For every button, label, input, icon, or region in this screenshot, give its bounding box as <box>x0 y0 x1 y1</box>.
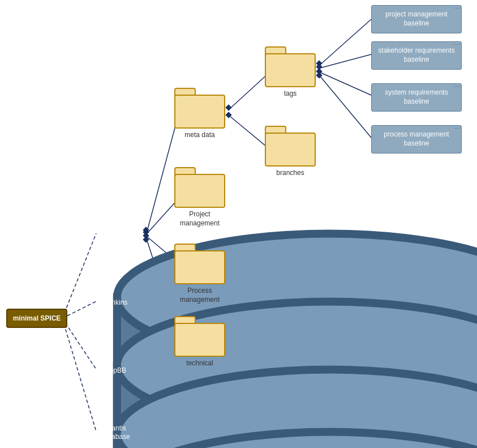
jenkins-cylinder: Jenkins <box>91 279 141 325</box>
minimal-spice-label: minimal SPICE <box>13 314 61 322</box>
svg-rect-30 <box>117 433 477 448</box>
svg-rect-24 <box>117 297 477 448</box>
proc-mgmt-baseline-doc: process managementbaseline <box>371 125 462 153</box>
metadata-folder-icon <box>174 88 225 129</box>
svg-rect-15 <box>225 112 231 118</box>
svg-rect-23 <box>316 72 322 78</box>
process-mgmt-folder-icon <box>174 244 225 284</box>
jenkins-label: Jenkins <box>91 298 141 308</box>
git-node: git <box>88 207 144 261</box>
tags-folder-icon <box>265 46 316 87</box>
sys-req-baseline-doc: system requirementsbaseline <box>371 83 462 111</box>
project-mgmt-label: Projectmanagement <box>180 210 220 228</box>
svg-rect-13 <box>225 104 231 110</box>
metadata-label: meta data <box>184 131 214 140</box>
mantis-cylinder: Mantis database <box>91 409 141 449</box>
jenkins-node: Jenkins <box>88 275 144 328</box>
sys-req-baseline-label: system requirementsbaseline <box>385 88 448 106</box>
svg-line-18 <box>320 54 371 68</box>
technical-folder-icon <box>174 316 225 357</box>
pm-baseline-doc: project managementbaseline <box>371 5 462 33</box>
process-management-folder: Processmanagement <box>174 244 225 304</box>
sr-baseline-node: stakeholder requirementsbaseline <box>366 41 467 70</box>
technical-label: technical <box>186 359 213 368</box>
git-cylinder: git <box>91 211 141 257</box>
svg-line-14 <box>230 116 269 149</box>
svg-rect-17 <box>316 60 322 66</box>
sr-baseline-doc: stakeholder requirementsbaseline <box>371 41 462 69</box>
project-mgmt-folder-icon <box>174 167 225 208</box>
phpbb-label: phpBB <box>91 366 141 376</box>
svg-rect-21 <box>316 68 322 74</box>
svg-point-32 <box>117 369 477 448</box>
pm-baseline-label: project managementbaseline <box>385 10 447 28</box>
svg-line-16 <box>320 19 371 65</box>
svg-line-12 <box>230 72 269 109</box>
svg-line-20 <box>320 72 371 95</box>
svg-point-26 <box>117 233 477 361</box>
svg-rect-19 <box>316 63 322 70</box>
technical-folder: technical <box>174 316 225 368</box>
svg-rect-27 <box>117 365 477 448</box>
branches-folder-icon <box>265 126 316 167</box>
mantis-node: Mantis database <box>88 405 144 448</box>
mantis-label: Mantis database <box>91 424 141 442</box>
pm-baseline-node: project managementbaseline <box>366 5 467 34</box>
phpbb-cylinder: phpBB <box>91 347 141 392</box>
proc-mgmt-baseline-label: process managementbaseline <box>384 130 449 148</box>
project-management-folder: Projectmanagement <box>174 167 225 228</box>
minimal-spice-node: minimal SPICE <box>6 306 68 331</box>
process-mgmt-label: Processmanagement <box>180 287 220 304</box>
svg-line-22 <box>320 76 371 138</box>
phpbb-node: phpBB <box>88 343 144 396</box>
minimal-spice-box: minimal SPICE <box>6 309 68 328</box>
sr-baseline-label: stakeholder requirementsbaseline <box>378 46 454 64</box>
tags-label: tags <box>284 89 297 99</box>
proc-mgmt-baseline-node: process managementbaseline <box>366 125 467 154</box>
tags-folder: tags <box>265 46 316 99</box>
metadata-folder: meta data <box>174 88 225 140</box>
branches-label: branches <box>276 169 304 178</box>
svg-point-35 <box>117 432 477 448</box>
branches-folder: branches <box>265 126 316 178</box>
git-label: git <box>91 231 141 240</box>
svg-point-29 <box>117 301 477 429</box>
sys-req-baseline-node: system requirementsbaseline <box>366 83 467 112</box>
